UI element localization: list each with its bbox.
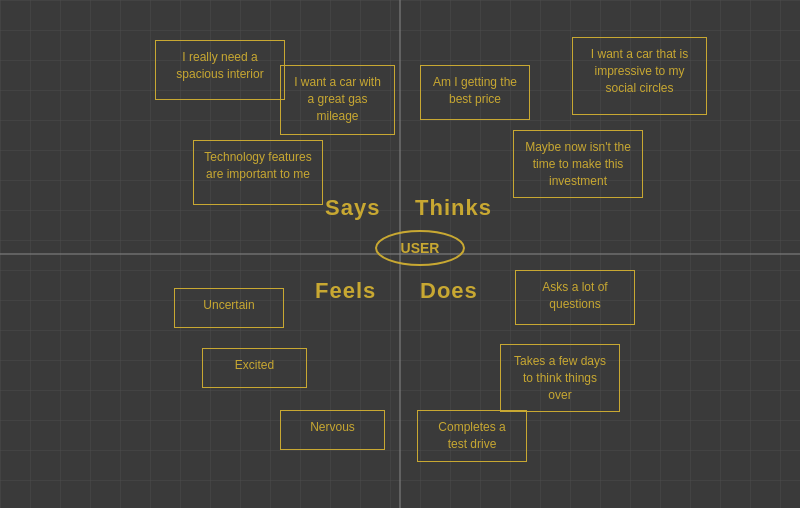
user-ellipse: USER xyxy=(375,230,465,266)
card-nervous: Nervous xyxy=(280,410,385,450)
does-label: Does xyxy=(420,278,478,304)
card-social-circles: I want a car that is impressive to my so… xyxy=(572,37,707,115)
card-best-price: Am I getting the best price xyxy=(420,65,530,120)
card-gas-mileage: I want a car with a great gas mileage xyxy=(280,65,395,135)
thinks-label: Thinks xyxy=(415,195,492,221)
card-investment: Maybe now isn't the time to make this in… xyxy=(513,130,643,198)
card-excited: Excited xyxy=(202,348,307,388)
user-label: USER xyxy=(401,240,440,256)
card-spacious-interior: I really need a spacious interior xyxy=(155,40,285,100)
card-test-drive: Completes a test drive xyxy=(417,410,527,462)
card-asks-questions: Asks a lot of questions xyxy=(515,270,635,325)
card-uncertain: Uncertain xyxy=(174,288,284,328)
feels-label: Feels xyxy=(315,278,376,304)
card-few-days: Takes a few days to think things over xyxy=(500,344,620,412)
says-label: Says xyxy=(325,195,380,221)
card-technology: Technology features are important to me xyxy=(193,140,323,205)
